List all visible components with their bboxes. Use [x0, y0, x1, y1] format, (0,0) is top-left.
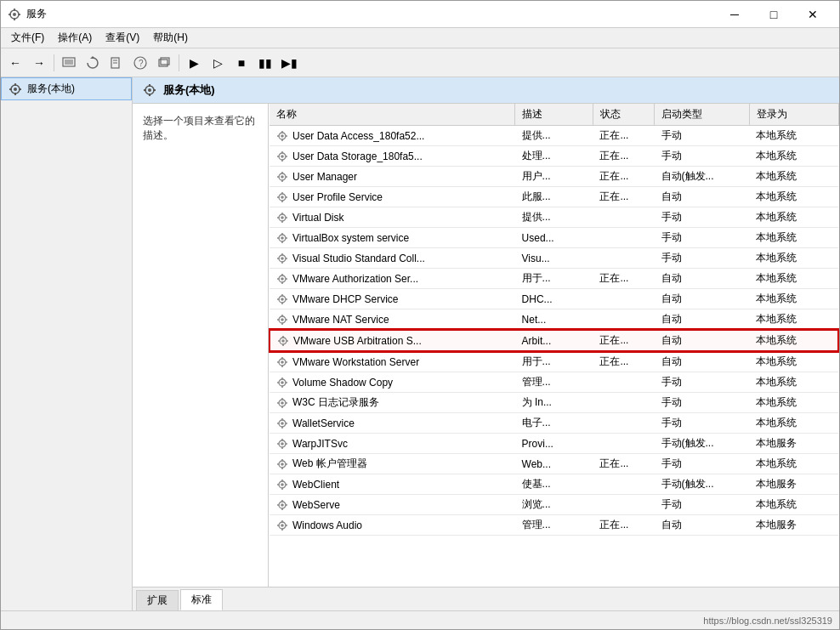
- help-button[interactable]: ?: [129, 52, 151, 74]
- sidebar-item-services[interactable]: 服务(本地): [1, 77, 132, 100]
- svg-rect-49: [281, 200, 283, 202]
- minimize-button[interactable]: ─: [715, 1, 754, 28]
- services-local-icon: [9, 82, 22, 96]
- stop-button[interactable]: ■: [230, 52, 253, 74]
- svg-rect-3: [14, 18, 15, 20]
- service-login: 本地系统: [749, 454, 838, 474]
- table-row[interactable]: WebServe 浏览...手动本地系统: [270, 495, 838, 515]
- service-name: User Data Storage_180fa5...: [292, 150, 423, 162]
- svg-rect-25: [149, 94, 150, 96]
- svg-rect-55: [281, 220, 283, 223]
- table-row[interactable]: VMware Authorization Ser... 用于...正在...自动…: [270, 269, 838, 289]
- svg-point-71: [281, 277, 284, 281]
- back-button[interactable]: ←: [4, 52, 26, 74]
- service-name: Virtual Disk: [292, 212, 343, 224]
- table-row[interactable]: User Data Access_180fa52... 提供...正在...手动…: [270, 126, 838, 146]
- service-status: [593, 434, 654, 454]
- menu-action[interactable]: 操作(A): [51, 29, 99, 47]
- table-row[interactable]: Visual Studio Standard Coll... Visu...手动…: [270, 248, 838, 269]
- table-row[interactable]: VMware DHCP Service DHC...自动本地系统: [270, 289, 838, 309]
- service-icon: [276, 253, 288, 264]
- refresh-button[interactable]: [82, 52, 104, 74]
- forward-button[interactable]: →: [28, 52, 50, 74]
- svg-rect-61: [281, 241, 283, 243]
- tab-standard[interactable]: 标准: [180, 589, 223, 610]
- service-startup: 手动: [655, 393, 750, 413]
- table-row[interactable]: W3C 日志记录服务 为 In...手动本地系统: [270, 393, 838, 413]
- table-row[interactable]: User Profile Service 此服...正在...自动本地系统: [270, 187, 838, 207]
- menu-view[interactable]: 查看(V): [99, 29, 146, 47]
- service-login: 本地系统: [749, 126, 838, 146]
- svg-point-119: [281, 442, 284, 446]
- svg-rect-51: [286, 196, 288, 198]
- col-desc[interactable]: 描述: [515, 104, 593, 126]
- svg-rect-132: [281, 480, 283, 482]
- col-status[interactable]: 状态: [593, 104, 654, 126]
- table-row[interactable]: Virtual Disk 提供...手动本地系统: [270, 207, 838, 228]
- table-row[interactable]: VMware Workstation Server 用于...正在...自动本地…: [270, 351, 838, 372]
- service-icon: [276, 232, 288, 244]
- col-name[interactable]: 名称: [270, 104, 515, 126]
- svg-point-47: [281, 196, 284, 199]
- svg-rect-63: [286, 237, 288, 239]
- play-button[interactable]: ▶: [183, 52, 205, 74]
- tab-expand[interactable]: 扩展: [136, 590, 179, 610]
- service-status: 正在...: [593, 515, 654, 536]
- service-login: 本地系统: [749, 372, 838, 393]
- svg-point-29: [281, 134, 284, 138]
- table-row[interactable]: Windows Audio 管理...正在...自动本地服务: [270, 515, 838, 536]
- service-icon: [276, 438, 288, 450]
- svg-rect-102: [281, 377, 283, 380]
- service-name-cell: VMware Workstation Server: [270, 351, 515, 372]
- svg-rect-50: [277, 196, 280, 198]
- new-window-button[interactable]: [153, 52, 175, 74]
- service-name: User Data Access_180fa52...: [292, 130, 424, 142]
- pause-button[interactable]: ▮▮: [254, 52, 276, 74]
- close-button[interactable]: ✕: [793, 1, 832, 28]
- svg-rect-36: [281, 151, 283, 154]
- svg-rect-26: [144, 89, 146, 91]
- export-button[interactable]: [105, 52, 128, 74]
- service-icon: [276, 273, 288, 285]
- service-status: [593, 372, 654, 393]
- service-name-cell: Web 帐户管理器: [270, 454, 515, 474]
- table-row[interactable]: VirtualBox system service Used...手动本地系统: [270, 228, 838, 248]
- service-name: VirtualBox system service: [292, 232, 409, 244]
- col-startup[interactable]: 启动类型: [655, 104, 750, 126]
- svg-marker-8: [90, 56, 95, 59]
- show-console-button[interactable]: [58, 52, 80, 74]
- table-row[interactable]: WalletService 电子...手动本地系统: [270, 413, 838, 434]
- svg-rect-99: [286, 361, 288, 363]
- menu-help[interactable]: 帮助(H): [146, 29, 195, 47]
- table-row[interactable]: Volume Shadow Copy 管理...手动本地系统: [270, 372, 838, 393]
- maximize-button[interactable]: □: [754, 1, 793, 28]
- table-row[interactable]: VMware USB Arbitration S... Arbit...正在..…: [270, 330, 838, 351]
- service-login: 本地系统: [749, 207, 838, 228]
- service-status: 正在...: [593, 146, 654, 167]
- services-table-container[interactable]: 名称 描述 状态 启动类型 登录为: [269, 104, 839, 587]
- table-row[interactable]: WebClient 使基...手动(触发...本地服务: [270, 474, 838, 495]
- service-name: VMware NAT Service: [292, 314, 389, 326]
- svg-rect-145: [281, 528, 283, 531]
- svg-rect-48: [281, 192, 283, 195]
- svg-rect-18: [14, 83, 16, 86]
- menu-file[interactable]: 文件(F): [4, 29, 51, 47]
- service-name: WalletService: [292, 417, 355, 429]
- table-row[interactable]: User Manager 用户...正在...自动(触发...本地系统: [270, 167, 838, 187]
- svg-rect-38: [277, 156, 280, 157]
- svg-rect-57: [286, 217, 288, 219]
- play-step-button[interactable]: ▷: [207, 52, 229, 74]
- service-icon: [276, 417, 288, 429]
- table-row[interactable]: WarpJITSvc Provi...手动(触发...本地服务: [270, 434, 838, 454]
- step-button[interactable]: ▶▮: [278, 52, 300, 74]
- service-login: 本地系统: [749, 309, 838, 331]
- table-row[interactable]: Web 帐户管理器 Web...正在...手动本地系统: [270, 454, 838, 474]
- col-login[interactable]: 登录为: [749, 104, 838, 126]
- svg-rect-126: [281, 459, 283, 462]
- svg-rect-66: [281, 253, 283, 256]
- table-row[interactable]: User Data Storage_180fa5... 处理...正在...手动…: [270, 146, 838, 167]
- service-name: W3C 日志记录服务: [292, 395, 379, 410]
- table-row[interactable]: VMware NAT Service Net...自动本地系统: [270, 309, 838, 331]
- service-login: 本地系统: [749, 248, 838, 269]
- description-panel: 选择一个项目来查看它的描述。: [133, 104, 269, 587]
